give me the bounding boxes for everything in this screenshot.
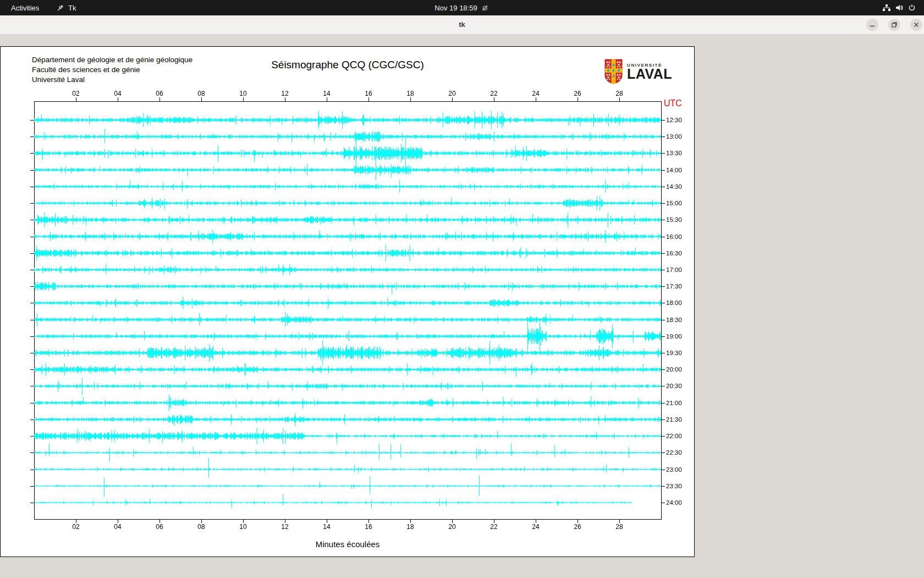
- utc-time-label: 21:00: [666, 400, 682, 406]
- activities-label: Activities: [11, 4, 39, 12]
- clock-menu[interactable]: Nov 19 18:59: [435, 0, 489, 15]
- utc-time-label: 20:30: [666, 383, 682, 389]
- x-tick-label-bottom: 10: [239, 523, 246, 531]
- helicorder-plot: [1, 47, 694, 557]
- utc-time-label: 13:30: [666, 150, 682, 156]
- activities-button[interactable]: Activities: [7, 0, 43, 15]
- x-tick-label-top: 22: [490, 90, 497, 97]
- utc-time-label: 23:30: [666, 483, 682, 489]
- maximize-button[interactable]: [888, 19, 900, 31]
- minimize-button[interactable]: [866, 19, 878, 31]
- tk-feather-icon: [57, 4, 64, 12]
- x-tick-label-bottom: 04: [114, 523, 121, 531]
- power-icon: [908, 3, 916, 12]
- tk-app-label: Tk: [68, 4, 76, 12]
- x-tick-label-top: 14: [323, 90, 330, 97]
- gnome-top-bar: Activities Tk Nov 19 18:59: [0, 0, 924, 15]
- utc-time-label: 23:00: [666, 466, 682, 473]
- x-tick-label-top: 20: [448, 90, 455, 97]
- utc-time-label: 17:30: [666, 283, 682, 290]
- x-tick-label-top: 12: [281, 90, 288, 97]
- x-tick-label-top: 02: [72, 90, 79, 97]
- utc-time-label: 16:30: [666, 250, 682, 257]
- utc-time-label: 14:00: [666, 167, 682, 173]
- x-tick-label-top: 10: [239, 90, 246, 97]
- utc-time-label: 17:00: [666, 266, 682, 273]
- network-icon: [882, 3, 891, 12]
- x-tick-label-bottom: 02: [72, 523, 79, 531]
- x-axis-title: Minutes écoulées: [316, 539, 380, 549]
- utc-time-label: 13:00: [666, 133, 682, 140]
- x-tick-label-bottom: 20: [448, 523, 455, 531]
- x-tick-label-top: 28: [615, 90, 623, 97]
- x-tick-label-top: 16: [365, 90, 372, 97]
- utc-time-label: 14:30: [666, 183, 682, 190]
- utc-time-label: 24:00: [666, 499, 682, 506]
- x-tick-label-top: 04: [114, 90, 121, 97]
- utc-time-label: 18:30: [666, 317, 682, 323]
- utc-axis-title: UTC: [664, 99, 682, 108]
- notifications-muted-icon: [481, 4, 490, 12]
- close-button[interactable]: [910, 19, 922, 31]
- utc-time-label: 22:30: [666, 449, 682, 456]
- x-tick-label-bottom: 14: [323, 523, 330, 531]
- clock-label: Nov 19 18:59: [435, 4, 477, 12]
- x-tick-label-top: 08: [197, 90, 205, 97]
- x-tick-label-bottom: 16: [365, 523, 372, 531]
- x-tick-label-top: 26: [574, 90, 581, 97]
- x-tick-label-bottom: 06: [156, 523, 163, 531]
- x-tick-label-bottom: 08: [197, 523, 205, 531]
- x-tick-label-bottom: 24: [532, 523, 539, 531]
- x-tick-label-top: 24: [532, 90, 539, 97]
- window-title: tk: [0, 15, 924, 34]
- utc-time-label: 18:00: [666, 299, 682, 306]
- tk-app-background: Département de géologie et de génie géol…: [0, 35, 924, 578]
- window-titlebar: tk: [0, 15, 924, 35]
- utc-time-label: 22:00: [666, 433, 682, 439]
- x-tick-label-top: 18: [406, 90, 414, 97]
- x-tick-label-bottom: 26: [574, 523, 581, 531]
- tk-app-indicator[interactable]: Tk: [57, 0, 76, 15]
- utc-time-label: 19:30: [666, 350, 682, 356]
- x-tick-label-bottom: 12: [281, 523, 288, 531]
- utc-time-label: 15:30: [666, 216, 682, 223]
- utc-time-label: 12:30: [666, 117, 682, 123]
- x-tick-label-bottom: 28: [615, 523, 623, 531]
- utc-time-label: 20:00: [666, 366, 682, 373]
- utc-time-label: 15:00: [666, 200, 682, 206]
- volume-icon: [895, 3, 904, 12]
- system-tray[interactable]: [882, 0, 916, 15]
- x-tick-label-bottom: 22: [490, 523, 497, 531]
- utc-time-label: 19:00: [666, 333, 682, 340]
- utc-time-label: 21:30: [666, 416, 682, 423]
- x-tick-label-bottom: 18: [406, 523, 414, 531]
- x-tick-label-top: 06: [156, 90, 163, 97]
- seismograph-canvas: Département de géologie et de génie géol…: [0, 46, 695, 557]
- utc-time-label: 16:00: [666, 233, 682, 240]
